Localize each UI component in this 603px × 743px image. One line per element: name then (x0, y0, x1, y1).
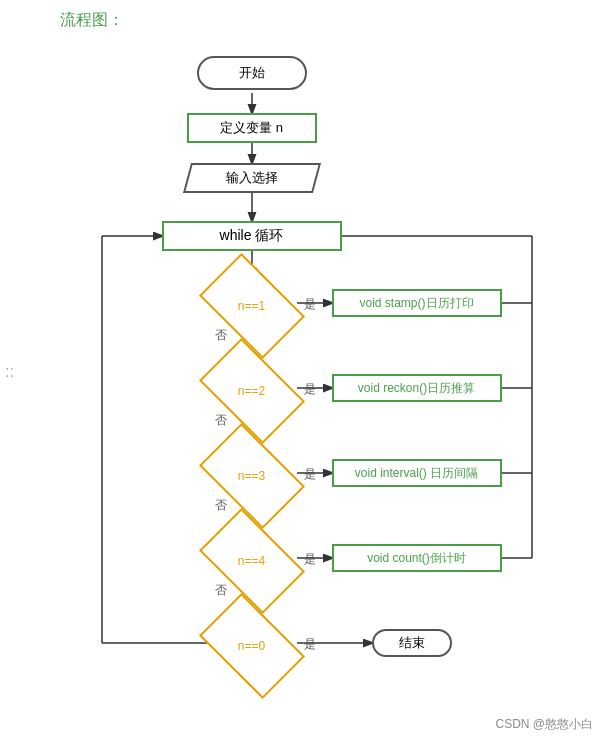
n2-diamond: n==2 (207, 361, 297, 421)
end-shape: 结束 (372, 629, 452, 657)
drag-handle: :: (5, 363, 14, 381)
svg-text:是: 是 (304, 382, 316, 396)
svg-text:是: 是 (304, 637, 316, 651)
func4-shape: void count()倒计时 (332, 544, 502, 572)
func2-shape: void reckon()日历推算 (332, 374, 502, 402)
n3-diamond: n==3 (207, 446, 297, 506)
while-loop-shape: while 循环 (162, 221, 342, 251)
n1-diamond: n==1 (207, 276, 297, 336)
svg-text:是: 是 (304, 467, 316, 481)
start-shape: 开始 (197, 56, 307, 90)
page-container: :: 流程图： 否 否 否 否 是 (0, 0, 603, 743)
page-title: 流程图： (60, 10, 593, 31)
flowchart: 否 否 否 否 是 是 是 是 是 (42, 41, 582, 721)
n0-diamond: n==0 (207, 616, 297, 676)
svg-text:是: 是 (304, 552, 316, 566)
define-var-shape: 定义变量 n (187, 113, 317, 143)
func1-shape: void stamp()日历打印 (332, 289, 502, 317)
watermark: CSDN @憨憨小白 (495, 716, 593, 733)
n4-diamond: n==4 (207, 531, 297, 591)
input-choice-shape: 输入选择 (187, 163, 317, 193)
svg-text:是: 是 (304, 297, 316, 311)
func3-shape: void interval() 日历间隔 (332, 459, 502, 487)
